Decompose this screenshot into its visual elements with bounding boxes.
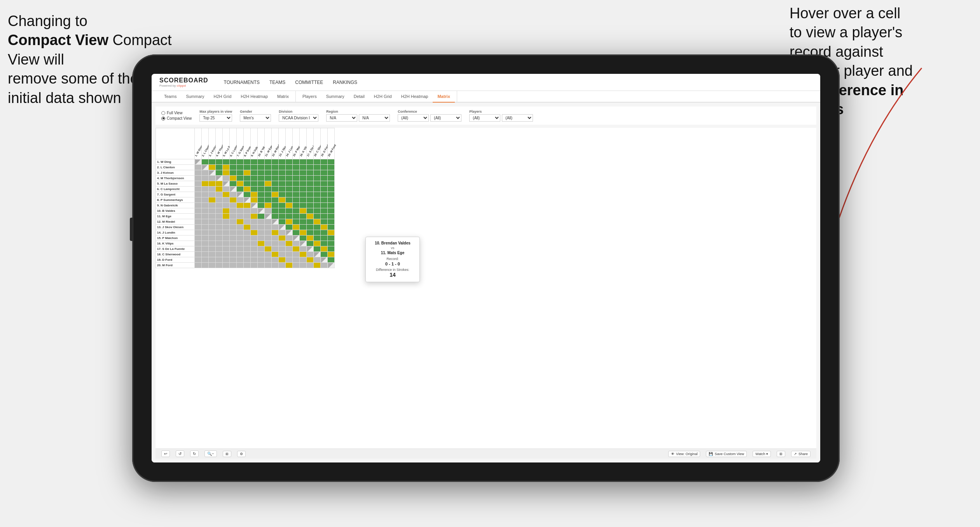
cell-17-12[interactable]: [279, 252, 286, 257]
tab-players[interactable]: Players: [298, 91, 321, 103]
cell-17-18[interactable]: [321, 252, 328, 257]
cell-10-19[interactable]: [328, 214, 335, 219]
cell-6-12[interactable]: [279, 192, 286, 197]
cell-0-10[interactable]: [265, 159, 272, 165]
cell-9-2[interactable]: [209, 208, 216, 214]
cell-2-9[interactable]: [258, 170, 265, 176]
cell-11-14[interactable]: [293, 219, 300, 225]
cell-7-14[interactable]: [293, 197, 300, 203]
cell-11-9[interactable]: [258, 219, 265, 225]
cell-6-19[interactable]: [328, 192, 335, 197]
cell-11-10[interactable]: [265, 219, 272, 225]
nav-link-tournaments[interactable]: TOURNAMENTS: [224, 80, 260, 85]
matrix-table-wrapper[interactable]: 1. W Ding2. L Clanton3. J Koivun4. M Tho…: [155, 128, 816, 448]
cell-11-4[interactable]: [223, 219, 230, 225]
cell-0-15[interactable]: [300, 159, 307, 165]
cell-12-6[interactable]: [237, 225, 244, 230]
cell-3-6[interactable]: [237, 176, 244, 181]
cell-16-14[interactable]: [293, 246, 300, 252]
cell-3-18[interactable]: [321, 176, 328, 181]
cell-14-0[interactable]: [195, 236, 202, 241]
cell-18-16[interactable]: [307, 257, 314, 263]
cell-9-16[interactable]: [307, 208, 314, 214]
cell-13-7[interactable]: [244, 230, 251, 236]
cell-6-18[interactable]: [321, 192, 328, 197]
cell-12-10[interactable]: [265, 225, 272, 230]
cell-8-10[interactable]: [265, 203, 272, 208]
division-select[interactable]: NCAA Division I: [279, 114, 318, 122]
redo2-button[interactable]: ↻: [190, 450, 199, 457]
cell-8-13[interactable]: [286, 203, 293, 208]
cell-5-18[interactable]: [321, 187, 328, 192]
cell-18-17[interactable]: [314, 257, 321, 263]
cell-4-15[interactable]: [300, 181, 307, 187]
compact-view-radio[interactable]: [161, 117, 165, 120]
cell-19-10[interactable]: [265, 263, 272, 268]
cell-15-0[interactable]: [195, 241, 202, 246]
cell-14-13[interactable]: [286, 236, 293, 241]
cell-17-5[interactable]: [230, 252, 237, 257]
cell-17-1[interactable]: [202, 252, 209, 257]
cell-15-15[interactable]: [300, 241, 307, 246]
tab-h2h-heatmap-2[interactable]: H2H Heatmap: [397, 91, 433, 103]
cell-6-4[interactable]: [223, 192, 230, 197]
cell-3-7[interactable]: [244, 176, 251, 181]
cell-4-2[interactable]: [209, 181, 216, 187]
cell-7-4[interactable]: [223, 197, 230, 203]
cell-0-5[interactable]: [230, 159, 237, 165]
cell-10-9[interactable]: [258, 214, 265, 219]
cell-12-4[interactable]: [223, 225, 230, 230]
layout-button[interactable]: ⊞: [777, 451, 785, 457]
cell-2-19[interactable]: [328, 170, 335, 176]
conference-select-2[interactable]: (All): [430, 114, 461, 122]
cell-5-9[interactable]: [258, 187, 265, 192]
cell-19-7[interactable]: [244, 263, 251, 268]
cell-5-8[interactable]: [251, 187, 258, 192]
cell-10-18[interactable]: [321, 214, 328, 219]
cell-8-19[interactable]: [328, 203, 335, 208]
cell-3-8[interactable]: [251, 176, 258, 181]
cell-16-1[interactable]: [202, 246, 209, 252]
cell-5-3[interactable]: [216, 187, 223, 192]
cell-3-15[interactable]: [300, 176, 307, 181]
cell-18-18[interactable]: [321, 257, 328, 263]
cell-7-18[interactable]: [321, 197, 328, 203]
cell-19-17[interactable]: [314, 263, 321, 268]
cell-5-14[interactable]: [293, 187, 300, 192]
cell-8-14[interactable]: [293, 203, 300, 208]
cell-19-18[interactable]: [321, 263, 328, 268]
cell-5-10[interactable]: [265, 187, 272, 192]
cell-3-11[interactable]: [272, 176, 279, 181]
cell-14-4[interactable]: [223, 236, 230, 241]
cell-1-5[interactable]: [230, 165, 237, 170]
cell-13-15[interactable]: [300, 230, 307, 236]
cell-8-4[interactable]: [223, 203, 230, 208]
cell-17-14[interactable]: [293, 252, 300, 257]
cell-17-15[interactable]: [300, 252, 307, 257]
cell-11-7[interactable]: [244, 219, 251, 225]
cell-19-3[interactable]: [216, 263, 223, 268]
cell-16-18[interactable]: [321, 246, 328, 252]
cell-7-15[interactable]: [300, 197, 307, 203]
cell-18-12[interactable]: [279, 257, 286, 263]
cell-5-11[interactable]: [272, 187, 279, 192]
cell-6-0[interactable]: [195, 192, 202, 197]
tab-summary-2[interactable]: Summary: [321, 91, 349, 103]
cell-13-8[interactable]: [251, 230, 258, 236]
compact-view-option[interactable]: Compact View: [161, 116, 192, 120]
cell-11-6[interactable]: [237, 219, 244, 225]
cell-1-16[interactable]: [307, 165, 314, 170]
cell-7-9[interactable]: [258, 197, 265, 203]
cell-10-12[interactable]: [279, 214, 286, 219]
cell-3-19[interactable]: [328, 176, 335, 181]
cell-0-4[interactable]: [223, 159, 230, 165]
cell-5-15[interactable]: [300, 187, 307, 192]
cell-14-1[interactable]: [202, 236, 209, 241]
cell-19-19[interactable]: [328, 263, 335, 268]
cell-13-10[interactable]: [265, 230, 272, 236]
cell-19-0[interactable]: [195, 263, 202, 268]
cell-2-0[interactable]: [195, 170, 202, 176]
cell-15-4[interactable]: [223, 241, 230, 246]
cell-10-7[interactable]: [244, 214, 251, 219]
cell-5-6[interactable]: [237, 187, 244, 192]
